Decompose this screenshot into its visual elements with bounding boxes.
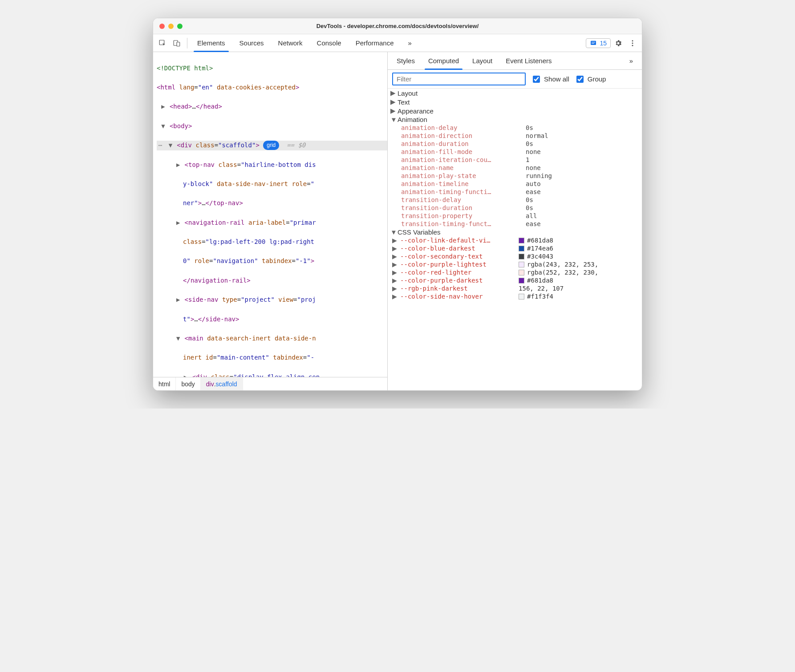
property-value: 0s <box>526 196 533 203</box>
property-name: animation-fill-mode <box>401 148 526 155</box>
group-text[interactable]: ▶Text <box>388 97 642 106</box>
grid-badge[interactable]: grid <box>263 141 279 150</box>
tab-event-listeners[interactable]: Event Listeners <box>500 52 557 69</box>
css-variable[interactable]: ▶--rgb-pink-darkest156, 22, 107 <box>388 284 642 292</box>
tab-styles[interactable]: Styles <box>391 52 420 69</box>
dom-navigation-rail[interactable]: ▶ <navigation-rail aria-label="primar <box>157 218 387 228</box>
group-css-variables[interactable]: ▼CSS Variables <box>388 228 642 236</box>
filter-input[interactable] <box>392 73 526 85</box>
issues-badge[interactable]: 15 <box>586 38 611 48</box>
css-variable[interactable]: ▶--color-link-default-vi…#681da8 <box>388 236 642 244</box>
dom-body[interactable]: ▼ <body> <box>157 121 387 131</box>
group-layout[interactable]: ▶Layout <box>388 89 642 97</box>
tab-computed[interactable]: Computed <box>423 52 464 69</box>
svg-point-6 <box>632 40 633 41</box>
crumb-body[interactable]: body <box>176 377 200 390</box>
crumb-selected[interactable]: div.scaffold <box>201 377 243 390</box>
close-icon[interactable] <box>159 24 165 29</box>
color-swatch <box>519 294 524 300</box>
variable-name: --color-purple-darkest <box>400 277 516 284</box>
variable-value: #174ea6 <box>527 245 553 252</box>
main-toolbar: Elements Sources Network Console Perform… <box>153 34 642 52</box>
property-value: ease <box>526 220 541 227</box>
variable-name: --color-secondary-text <box>400 253 516 260</box>
tab-performance[interactable]: Performance <box>349 34 400 52</box>
computed-properties[interactable]: ▶Layout ▶Text ▶Appearance ▼Animation ani… <box>388 89 642 390</box>
chevron-right-icon: ▶ <box>392 261 398 268</box>
group-animation[interactable]: ▼Animation <box>388 115 642 124</box>
device-toggle-icon[interactable] <box>170 36 183 50</box>
tab-network[interactable]: Network <box>272 34 309 52</box>
crumb-html[interactable]: html <box>153 377 176 390</box>
variable-value: #f1f3f4 <box>527 293 553 300</box>
dom-doctype[interactable]: <!DOCTYPE html> <box>157 64 387 73</box>
variable-value: #681da8 <box>527 277 553 284</box>
color-swatch <box>519 270 524 275</box>
dom-title-bar-div[interactable]: ▶ <div class="display-flex align-cen <box>157 372 387 377</box>
computed-property[interactable]: transition-timing-funct…ease <box>388 220 642 228</box>
dom-side-nav[interactable]: ▶ <side-nav type="project" view="proj <box>157 295 387 305</box>
computed-property[interactable]: transition-duration0s <box>388 204 642 212</box>
variable-name: --color-purple-lightest <box>400 261 516 268</box>
gear-icon[interactable] <box>612 36 625 50</box>
dom-html-open[interactable]: <html lang="en" data-cookies-accepted> <box>157 83 387 93</box>
css-variable[interactable]: ▶--color-secondary-text#3c4043 <box>388 252 642 260</box>
kebab-icon[interactable] <box>626 36 639 50</box>
tab-elements[interactable]: Elements <box>191 34 231 52</box>
property-value: normal <box>526 132 548 139</box>
css-variable[interactable]: ▶--color-purple-darkest#681da8 <box>388 276 642 284</box>
tab-console[interactable]: Console <box>311 34 348 52</box>
computed-property[interactable]: animation-play-staterunning <box>388 172 642 180</box>
styles-sidebar: Styles Computed Layout Event Listeners »… <box>388 52 642 390</box>
variable-name: --color-side-nav-hover <box>400 293 516 300</box>
property-value: ease <box>526 188 541 195</box>
computed-property[interactable]: animation-duration0s <box>388 140 642 148</box>
computed-property[interactable]: animation-delay0s <box>388 124 642 132</box>
group-appearance[interactable]: ▶Appearance <box>388 106 642 115</box>
chevron-right-icon: ▶ <box>392 253 398 260</box>
property-value: all <box>526 212 537 219</box>
computed-property[interactable]: animation-timelineauto <box>388 180 642 188</box>
dom-selected-scaffold[interactable]: ⋯ ▼ <div class="scaffold"> grid == $0 <box>157 141 387 150</box>
devtools-window: DevTools - developer.chrome.com/docs/dev… <box>153 18 642 391</box>
dom-main[interactable]: ▼ <main data-search-inert data-side-n <box>157 334 387 344</box>
issues-icon <box>590 40 597 47</box>
computed-property[interactable]: transition-delay0s <box>388 196 642 204</box>
css-variable[interactable]: ▶--color-red-lighterrgba(252, 232, 230, <box>388 268 642 276</box>
property-name: transition-delay <box>401 196 526 203</box>
css-variable[interactable]: ▶--color-side-nav-hover#f1f3f4 <box>388 292 642 300</box>
computed-property[interactable]: animation-namenone <box>388 164 642 172</box>
tab-layout[interactable]: Layout <box>467 52 498 69</box>
minimize-icon[interactable] <box>168 24 174 29</box>
computed-property[interactable]: animation-iteration-cou…1 <box>388 156 642 164</box>
property-value: none <box>526 164 541 171</box>
computed-property[interactable]: transition-propertyall <box>388 212 642 220</box>
group-checkbox[interactable]: Group <box>575 74 606 84</box>
variable-name: --color-link-default-vi… <box>400 237 516 244</box>
breadcrumb: html body div.scaffold <box>153 377 387 390</box>
property-name: transition-timing-funct… <box>401 220 526 227</box>
computed-property[interactable]: animation-directionnormal <box>388 132 642 140</box>
show-all-checkbox[interactable]: Show all <box>531 74 569 84</box>
titlebar: DevTools - developer.chrome.com/docs/dev… <box>153 18 642 34</box>
maximize-icon[interactable] <box>177 24 183 29</box>
css-variable[interactable]: ▶--color-blue-darkest#174ea6 <box>388 244 642 252</box>
tab-sources[interactable]: Sources <box>233 34 270 52</box>
color-swatch <box>519 238 524 243</box>
elements-panel: <!DOCTYPE html> <html lang="en" data-coo… <box>153 52 388 390</box>
property-name: animation-direction <box>401 132 526 139</box>
variable-value: rgba(252, 232, 230, <box>527 269 598 276</box>
dom-tree[interactable]: <!DOCTYPE html> <html lang="en" data-coo… <box>153 52 387 377</box>
tabs-more[interactable]: » <box>402 34 418 52</box>
inspect-icon[interactable] <box>156 36 169 50</box>
computed-property[interactable]: animation-fill-modenone <box>388 148 642 156</box>
content-area: <!DOCTYPE html> <html lang="en" data-coo… <box>153 52 642 390</box>
dom-topnav[interactable]: ▶ <top-nav class="hairline-bottom dis <box>157 160 387 170</box>
dom-head[interactable]: ▶ <head>…</head> <box>157 102 387 112</box>
variable-value: rgba(243, 232, 253, <box>527 261 598 268</box>
svg-rect-4 <box>592 42 595 42</box>
property-name: animation-timing-functi… <box>401 188 526 195</box>
sidebar-tabs-more[interactable]: » <box>624 52 638 69</box>
computed-property[interactable]: animation-timing-functi…ease <box>388 188 642 196</box>
css-variable[interactable]: ▶--color-purple-lightestrgba(243, 232, 2… <box>388 260 642 268</box>
